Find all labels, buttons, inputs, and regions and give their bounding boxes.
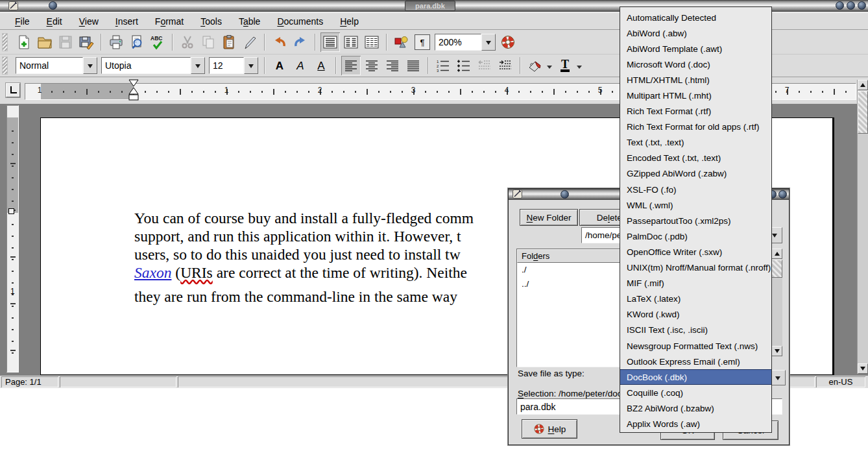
- align-center-button[interactable]: [362, 56, 381, 75]
- zoom-input[interactable]: [435, 34, 481, 51]
- copy-button[interactable]: [199, 32, 218, 52]
- menu-item[interactable]: Format: [147, 14, 192, 29]
- save-button[interactable]: [56, 32, 75, 52]
- align-right-button[interactable]: [383, 56, 402, 75]
- font-color-dropdown-chevron[interactable]: [577, 66, 582, 71]
- show-formatting-marks-button[interactable]: ¶: [413, 32, 432, 52]
- menu-item[interactable]: Documents: [269, 14, 332, 29]
- align-left-button[interactable]: [341, 56, 361, 75]
- file-type-option[interactable]: XSL-FO (.fo): [620, 182, 771, 197]
- bold-button[interactable]: A: [270, 56, 289, 75]
- file-type-option[interactable]: GZipped AbiWord (.zabw): [620, 166, 771, 182]
- bullet-list-button[interactable]: [454, 56, 474, 75]
- toolbar-grippy[interactable]: [2, 56, 8, 75]
- print-preview-button[interactable]: [127, 32, 147, 52]
- align-justify-button[interactable]: [404, 56, 423, 75]
- file-type-option[interactable]: KWord (.kwd): [620, 307, 771, 323]
- menu-item[interactable]: Insert: [107, 14, 147, 29]
- file-type-option[interactable]: Outlook Express Email (.eml): [620, 354, 771, 369]
- file-type-option[interactable]: Rich Text Format for old apps (.rtf): [620, 119, 771, 135]
- view-two-columns-button[interactable]: [341, 32, 361, 52]
- new-document-button[interactable]: [14, 32, 34, 52]
- saxon-hyperlink[interactable]: Saxon: [134, 264, 171, 281]
- paste-button[interactable]: [219, 32, 239, 52]
- file-type-option[interactable]: Applix Words (.aw): [620, 416, 771, 432]
- file-type-option[interactable]: WML (.wml): [620, 197, 771, 213]
- file-type-option[interactable]: OpenOffice Writer (.sxw): [620, 244, 771, 260]
- menu-item[interactable]: File: [6, 14, 38, 29]
- numbered-list-button[interactable]: 123: [433, 56, 453, 75]
- dialog-close-button[interactable]: [778, 190, 787, 199]
- file-type-option[interactable]: Rich Text Format (.rtf): [620, 104, 771, 119]
- font-input[interactable]: [101, 57, 191, 74]
- file-type-option[interactable]: Encoded Text (.txt, .text): [620, 151, 771, 166]
- file-type-option[interactable]: MIF (.mif): [620, 276, 771, 291]
- folders-header[interactable]: Folders: [517, 249, 625, 263]
- cut-button[interactable]: [178, 32, 197, 52]
- undo-button[interactable]: [270, 32, 289, 52]
- close-button[interactable]: [858, 1, 866, 10]
- files-scrollbar-thumb[interactable]: [771, 260, 782, 278]
- scroll-down-button[interactable]: [858, 363, 868, 374]
- file-type-option[interactable]: ISCII Text (.isc, .iscii): [620, 323, 771, 338]
- file-type-option[interactable]: Newsgroup Formatted Text (.nws): [620, 338, 771, 354]
- folder-item[interactable]: ./: [517, 263, 625, 277]
- file-type-option[interactable]: PalmDoc (.pdb): [620, 228, 771, 244]
- scroll-up-button[interactable]: [858, 80, 868, 90]
- increase-indent-button[interactable]: [496, 56, 515, 75]
- dialog-menu-button[interactable]: [561, 190, 569, 199]
- vertical-ruler-marker[interactable]: [8, 208, 14, 214]
- menu-item[interactable]: View: [71, 14, 107, 29]
- view-one-column-button[interactable]: [320, 32, 340, 52]
- dialog-help-button[interactable]: Help: [522, 419, 577, 439]
- file-type-option[interactable]: BZ2 AbiWord (.bzabw): [620, 400, 771, 416]
- insert-symbol-button[interactable]: [392, 32, 411, 52]
- file-type-dropdown-button[interactable]: [770, 370, 786, 385]
- insert-pen-button[interactable]: [240, 32, 259, 52]
- file-type-option[interactable]: Microsoft Word (.doc): [620, 56, 771, 72]
- file-type-option[interactable]: LaTeX (.latex): [620, 291, 771, 307]
- style-dropdown-button[interactable]: [83, 57, 97, 74]
- indent-markers[interactable]: [128, 79, 139, 103]
- new-folder-button[interactable]: New Folder: [520, 209, 578, 226]
- file-type-option[interactable]: Multipart HTML (.mht): [620, 88, 771, 103]
- file-type-option[interactable]: DocBook (.dbk): [620, 369, 771, 385]
- underline-button[interactable]: A: [311, 56, 331, 75]
- files-scroll-up-button[interactable]: [771, 249, 782, 259]
- file-type-option[interactable]: Coquille (.coq): [620, 385, 771, 400]
- toolbar-grippy[interactable]: [2, 33, 8, 51]
- help-button[interactable]: [498, 32, 518, 52]
- file-type-option[interactable]: AbiWord (.abw): [620, 25, 771, 41]
- menu-item[interactable]: Tools: [192, 14, 230, 29]
- spellcheck-button[interactable]: ABC: [148, 32, 167, 52]
- font-dropdown-button[interactable]: [191, 57, 205, 74]
- window-menu-button[interactable]: [49, 1, 57, 10]
- file-type-option[interactable]: PassepartoutToo (.xml2ps): [620, 213, 771, 228]
- file-type-option[interactable]: Text (.txt, .text): [620, 135, 771, 151]
- highlight-color-dropdown-chevron[interactable]: [547, 66, 552, 71]
- file-type-option[interactable]: HTML/XHTML (.html): [620, 72, 771, 88]
- file-type-option[interactable]: UNIX(tm) Nroff/Manual format (.nroff): [620, 260, 771, 276]
- highlight-color-button[interactable]: [525, 56, 545, 75]
- menu-item[interactable]: Edit: [38, 14, 71, 29]
- status-language-segment[interactable]: en-US: [816, 376, 865, 387]
- files-scroll-down-button[interactable]: [771, 346, 782, 356]
- open-button[interactable]: [35, 32, 54, 52]
- file-type-option[interactable]: Automatically Detected: [620, 10, 771, 25]
- vertical-ruler[interactable]: 1: [6, 105, 19, 372]
- decrease-indent-button[interactable]: [475, 56, 494, 75]
- menu-item[interactable]: Help: [332, 14, 367, 29]
- scrollbar-thumb[interactable]: [858, 91, 868, 134]
- maximize-button[interactable]: [847, 1, 855, 10]
- print-button[interactable]: [106, 32, 126, 52]
- font-size-input[interactable]: [209, 57, 244, 74]
- redo-button[interactable]: [291, 32, 310, 52]
- zoom-dropdown-button[interactable]: [481, 34, 496, 51]
- menu-item[interactable]: Table: [230, 14, 269, 29]
- style-input[interactable]: [16, 57, 83, 74]
- files-list-scrollbar[interactable]: [771, 249, 782, 356]
- view-three-columns-button[interactable]: [362, 32, 381, 52]
- file-type-option[interactable]: AbiWord Template (.awt): [620, 41, 771, 56]
- font-color-button[interactable]: T: [555, 56, 575, 75]
- vertical-scrollbar[interactable]: [857, 80, 868, 374]
